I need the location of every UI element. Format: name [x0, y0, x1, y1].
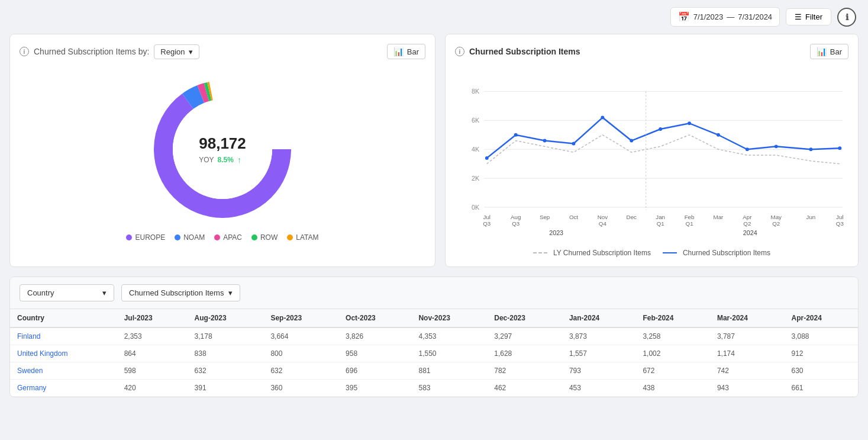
cell-value-0: 420	[117, 380, 188, 397]
cell-value-5: 462	[487, 380, 562, 397]
yoy-label: YOY	[199, 156, 214, 164]
col-jul2023[interactable]: Jul-2023	[117, 309, 188, 327]
svg-text:Jun: Jun	[806, 214, 816, 220]
table-scroll-container[interactable]: Country Jul-2023 Aug-2023 Sep-2023 Oct-2…	[10, 309, 858, 397]
filter-button[interactable]: ☰ Filter	[786, 8, 831, 25]
cell-value-9: 630	[784, 362, 858, 380]
svg-point-28	[838, 146, 841, 150]
svg-text:8K: 8K	[472, 88, 480, 95]
donut-chart: 98,172 YOY 8.5% ↑	[146, 72, 299, 226]
cell-value-6: 3,873	[562, 327, 635, 345]
svg-point-26	[775, 144, 778, 148]
svg-text:Oct: Oct	[569, 214, 578, 220]
calendar-icon: 📅	[678, 11, 690, 23]
left-chart-info-icon[interactable]: i	[20, 47, 29, 56]
left-bar-toggle[interactable]: 📊 Bar	[387, 44, 425, 59]
metric-filter-label: Churned Subscription Items	[129, 288, 224, 297]
cell-value-5: 782	[487, 362, 562, 380]
cell-value-5: 3,297	[487, 327, 562, 345]
svg-text:Q1: Q1	[686, 220, 693, 227]
cell-value-7: 672	[635, 362, 710, 380]
svg-text:Dec: Dec	[627, 214, 637, 220]
svg-text:Jan: Jan	[656, 214, 665, 220]
legend-ly: LY Churned Subscription Items	[533, 249, 651, 257]
table-header: Country Jul-2023 Aug-2023 Sep-2023 Oct-2…	[10, 309, 858, 327]
svg-text:2K: 2K	[472, 175, 480, 182]
cell-value-8: 1,174	[710, 345, 785, 362]
svg-point-25	[746, 147, 749, 151]
svg-point-17	[514, 133, 518, 137]
cell-value-2: 3,664	[263, 327, 338, 345]
line-chart-legend: LY Churned Subscription Items Churned Su…	[455, 249, 848, 257]
date-start: 7/1/2023	[693, 12, 724, 21]
trend-up-icon: ↑	[237, 155, 241, 165]
country-filter-label: Country	[27, 288, 54, 297]
cell-value-3: 395	[338, 380, 411, 397]
svg-text:Q3: Q3	[512, 220, 519, 227]
filter-icon: ☰	[795, 12, 802, 21]
col-dec2023[interactable]: Dec-2023	[487, 309, 562, 327]
cell-value-6: 793	[562, 362, 635, 380]
left-chart-title: Churned Subscription Items by:	[34, 47, 149, 56]
cell-value-9: 3,088	[784, 327, 858, 345]
donut-chart-wrapper: 98,172 YOY 8.5% ↑ EUROPE	[20, 66, 425, 248]
cell-value-0: 864	[117, 345, 188, 362]
table-row: Finland2,3533,1783,6643,8264,3533,2973,8…	[10, 327, 858, 345]
right-bar-toggle[interactable]: 📊 Bar	[810, 44, 848, 59]
cell-value-6: 1,557	[562, 345, 635, 362]
cell-country: United Kingdom	[10, 345, 117, 362]
cell-country: Germany	[10, 380, 117, 397]
cell-value-2: 360	[263, 380, 338, 397]
col-nov2023[interactable]: Nov-2023	[411, 309, 487, 327]
col-apr2024[interactable]: Apr-2024	[784, 309, 858, 327]
svg-text:2023: 2023	[549, 229, 563, 236]
right-chart-title: Churned Subscription Items	[469, 47, 580, 56]
bar-chart-icon: 📊	[393, 47, 404, 56]
table-body: Finland2,3533,1783,6643,8264,3533,2973,8…	[10, 327, 858, 397]
line-chart-area: 8K 6K 4K 2K 0K	[455, 66, 848, 244]
info-button[interactable]: ℹ	[837, 8, 856, 27]
date-range-picker[interactable]: 📅 7/1/2023 — 7/31/2024	[670, 7, 780, 27]
metric-filter-dropdown[interactable]: Churned Subscription Items ▾	[121, 284, 240, 301]
col-jan2024[interactable]: Jan-2024	[562, 309, 635, 327]
legend-cy: Churned Subscription Items	[663, 249, 770, 257]
cell-value-7: 438	[635, 380, 710, 397]
svg-text:Q1: Q1	[657, 220, 664, 227]
cell-value-4: 583	[411, 380, 487, 397]
cell-value-3: 696	[338, 362, 411, 380]
cell-country: Sweden	[10, 362, 117, 380]
svg-text:Q2: Q2	[772, 220, 780, 227]
svg-point-22	[659, 127, 662, 131]
col-mar2024[interactable]: Mar-2024	[710, 309, 785, 327]
right-chart-info-icon[interactable]: i	[455, 47, 464, 56]
right-bar-chart-icon: 📊	[817, 47, 827, 56]
col-sep2023[interactable]: Sep-2023	[263, 309, 338, 327]
cell-value-4: 1,550	[411, 345, 487, 362]
chevron-down-icon: ▾	[189, 47, 193, 56]
col-country[interactable]: Country	[10, 309, 117, 327]
cell-value-8: 943	[710, 380, 785, 397]
svg-text:Nov: Nov	[598, 214, 608, 220]
svg-text:Q3: Q3	[483, 220, 491, 227]
legend-apac: APAC	[214, 233, 242, 242]
table-row: Sweden598632632696881782793672742630	[10, 362, 858, 380]
cell-value-5: 1,628	[487, 345, 562, 362]
cell-country: Finland	[10, 327, 117, 345]
region-dropdown[interactable]: Region ▾	[154, 44, 199, 59]
cell-value-0: 2,353	[117, 327, 188, 345]
svg-text:Q3: Q3	[836, 220, 844, 227]
col-aug2023[interactable]: Aug-2023	[188, 309, 264, 327]
col-feb2024[interactable]: Feb-2024	[635, 309, 710, 327]
svg-text:6K: 6K	[472, 117, 480, 124]
svg-point-23	[688, 121, 691, 125]
col-oct2023[interactable]: Oct-2023	[338, 309, 411, 327]
svg-point-24	[717, 133, 720, 137]
cell-value-3: 3,826	[338, 327, 411, 345]
cell-value-3: 958	[338, 345, 411, 362]
cell-value-0: 598	[117, 362, 188, 380]
table-row: Germany420391360395583462453438943661	[10, 380, 858, 397]
svg-text:4K: 4K	[472, 146, 480, 153]
svg-text:Sep: Sep	[540, 214, 550, 220]
country-filter-dropdown[interactable]: Country ▾	[20, 284, 114, 301]
cell-value-7: 1,002	[635, 345, 710, 362]
